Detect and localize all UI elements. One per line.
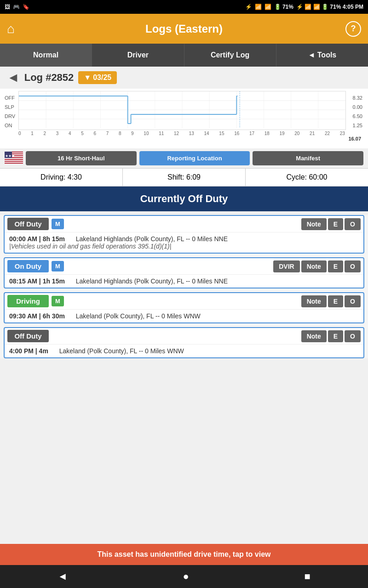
cycle-stat: Cycle: 60:00 <box>246 169 368 186</box>
entry-type-badge-1: On Duty <box>7 260 49 272</box>
tab-driver-label: Driver <box>127 51 149 59</box>
header: ⌂ Logs (Eastern) ? <box>0 14 368 44</box>
entry-note-button-1[interactable]: Note <box>301 260 327 272</box>
home-button[interactable]: ⌂ <box>7 22 15 36</box>
log-entry-3: Off Duty Note E O 4:00 PM | 4m Lakeland … <box>4 327 364 358</box>
signal-icon: 📶 <box>264 4 271 10</box>
chart-svg <box>19 91 345 128</box>
entry-location-3: Lakeland (Polk County), FL -- 0 Miles WN… <box>59 347 184 355</box>
help-button[interactable]: ? <box>345 21 361 37</box>
entry-note-button-3[interactable]: Note <box>301 330 327 342</box>
chart-total: 16.07 <box>5 136 363 141</box>
entry-o-button-2[interactable]: O <box>345 295 361 307</box>
entry-type-badge-3: Off Duty <box>7 330 49 342</box>
entry-dvir-button-1[interactable]: DVIR <box>273 260 299 272</box>
chart-value-off: 8.32 <box>346 95 362 101</box>
chart-label-on: ON <box>5 123 18 128</box>
log-header: ◄ Log #2852 ▼ 03/25 <box>0 67 368 89</box>
nav-recent-button[interactable]: ■ <box>295 567 319 586</box>
tab-driver[interactable]: Driver <box>92 44 184 67</box>
entry-actions-2: Note E O <box>301 295 361 307</box>
entry-m-badge-1[interactable]: M <box>52 261 64 271</box>
chart-label-slp: SLP <box>5 104 18 110</box>
entry-note-button-2[interactable]: Note <box>301 295 327 307</box>
log-entry-2: Driving M Note E O 09:30 AM | 6h 30m Lak… <box>4 292 364 323</box>
tab-certify[interactable]: Certify Log <box>184 44 276 67</box>
status-banner: Currently Off Duty <box>0 187 368 211</box>
wifi-icon: 📶 <box>255 4 262 10</box>
bookmark-icon: 🔖 <box>23 4 29 10</box>
log-entry-detail-1: 08:15 AM | 1h 15m Lakeland Highlands (Po… <box>5 274 363 288</box>
entry-time-0: 00:00 AM | 8h 15m <box>9 235 65 243</box>
chart-value-on: 1.25 <box>346 123 362 128</box>
entry-o-button-1[interactable]: O <box>345 260 361 272</box>
tab-tools-label: ◄ Tools <box>308 51 336 59</box>
chart-label-off: OFF <box>5 95 18 101</box>
nav-back-button[interactable]: ◄ <box>48 567 77 586</box>
log-date: 03/25 <box>93 74 111 82</box>
photo-icon: 🖼 <box>5 4 10 10</box>
us-flag-svg: ★★★ <box>5 152 23 164</box>
entry-m-badge-0[interactable]: M <box>52 219 64 229</box>
reporting-location-button[interactable]: Reporting Location <box>139 151 250 165</box>
entry-time-1: 08:15 AM | 1h 15m <box>9 277 65 285</box>
tab-normal-label: Normal <box>33 51 58 59</box>
entry-e-button-0[interactable]: E <box>328 218 343 230</box>
tab-tools[interactable]: ◄ Tools <box>276 44 368 67</box>
entry-location-1: Lakeland Highlands (Polk County), FL -- … <box>76 277 228 285</box>
log-entry-header-1: On Duty M DVIR Note E O <box>5 258 363 274</box>
entry-actions-1: DVIR Note E O <box>273 260 361 272</box>
flag-icon[interactable]: ★★★ <box>5 152 23 165</box>
log-entry-header-3: Off Duty Note E O <box>5 328 363 344</box>
nav-home-button[interactable]: ● <box>174 567 198 586</box>
log-entry-header-0: Off Duty M Note E O <box>5 216 363 232</box>
tab-normal[interactable]: Normal <box>0 44 92 67</box>
entry-actions-3: Note E O <box>301 330 361 342</box>
chart-label-drv: DRV <box>5 113 18 119</box>
shift-stat: Shift: 6:09 <box>123 169 246 186</box>
header-title: Logs (Eastern) <box>145 23 223 35</box>
log-entries: Off Duty M Note E O 00:00 AM | 8h 15m La… <box>0 215 368 358</box>
log-entry-detail-3: 4:00 PM | 4m Lakeland (Polk County), FL … <box>5 344 363 357</box>
chart-container: OFF SLP DRV ON <box>0 89 368 148</box>
tab-certify-label: Certify Log <box>211 51 249 59</box>
entry-note-button-0[interactable]: Note <box>301 218 327 230</box>
log-entry-header-2: Driving M Note E O <box>5 293 363 309</box>
bottom-notification[interactable]: This asset has unidentified drive time, … <box>0 544 368 565</box>
manifest-button[interactable]: Manifest <box>253 151 363 165</box>
dropdown-arrow-icon: ▼ <box>84 74 91 82</box>
log-entry-detail-0: 00:00 AM | 8h 15m Lakeland Highlands (Po… <box>5 232 363 253</box>
log-date-button[interactable]: ▼ 03/25 <box>78 71 117 84</box>
action-buttons-bar: ★★★ 16 Hr Short-Haul Reporting Location … <box>0 148 368 168</box>
svg-text:★★★: ★★★ <box>5 154 15 158</box>
log-number: Log #2852 <box>24 72 74 84</box>
back-arrow-button[interactable]: ◄ <box>7 70 20 85</box>
entry-e-button-1[interactable]: E <box>328 260 343 272</box>
entry-o-button-3[interactable]: O <box>345 330 361 342</box>
entry-actions-0: Note E O <box>301 218 361 230</box>
entry-note-0: |Vehicles used in oil and gas field oper… <box>9 243 171 250</box>
chart-value-drv: 6.50 <box>346 113 362 119</box>
entry-m-badge-2[interactable]: M <box>52 296 64 306</box>
entry-o-button-0[interactable]: O <box>345 218 361 230</box>
entry-e-button-2[interactable]: E <box>328 295 343 307</box>
stats-bar: Driving: 4:30 Shift: 6:09 Cycle: 60:00 <box>0 168 368 187</box>
game-icon: 🎮 <box>13 4 20 10</box>
status-bar: 🖼 🎮 🔖 ⚡ 📶 📶 🔋 71% ⚡ 📶 📶 🔋 71% 4:05 PM <box>0 0 368 14</box>
chart-value-slp: 0.00 <box>346 104 362 110</box>
status-bar-left-icons: 🖼 🎮 🔖 <box>5 4 29 10</box>
entry-e-button-3[interactable]: E <box>328 330 343 342</box>
svg-rect-24 <box>5 160 23 161</box>
nav-bar: ◄ ● ■ <box>0 565 368 588</box>
short-haul-button[interactable]: 16 Hr Short-Haul <box>26 151 137 165</box>
tab-bar: Normal Driver Certify Log ◄ Tools <box>0 44 368 67</box>
log-entry-1: On Duty M DVIR Note E O 08:15 AM | 1h 15… <box>4 257 364 288</box>
status-bar-right: ⚡ 📶 📶 🔋 71% ⚡ 📶 📶 🔋 71% 4:05 PM <box>245 4 363 10</box>
entry-location-0: Lakeland Highlands (Polk County), FL -- … <box>76 235 228 243</box>
chart-x-labels: 0 1 2 3 4 5 6 7 8 9 10 11 12 13 14 15 16… <box>18 131 345 136</box>
bluetooth-icon: ⚡ <box>245 4 252 10</box>
driving-stat: Driving: 4:30 <box>0 169 123 186</box>
log-entry-0: Off Duty M Note E O 00:00 AM | 8h 15m La… <box>4 215 364 254</box>
entry-type-badge-2: Driving <box>7 295 49 307</box>
svg-rect-23 <box>5 158 23 159</box>
